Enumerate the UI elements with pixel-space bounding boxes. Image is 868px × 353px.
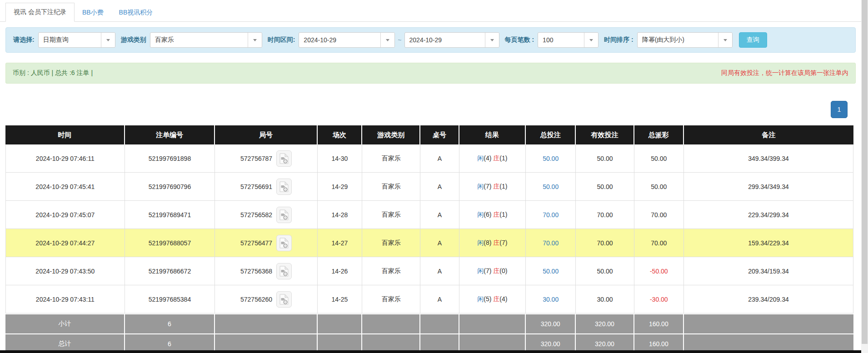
query-type-select[interactable]: 日期查询: [38, 32, 115, 48]
chevron-down-icon[interactable]: [101, 33, 115, 47]
tab-bb-tips[interactable]: BB小费: [75, 4, 111, 22]
result-player: 闲: [477, 239, 484, 246]
cell-round-id: 572756787: [215, 144, 318, 173]
result-banker: 庄: [493, 183, 499, 190]
round-id-text: 572756582: [240, 211, 272, 219]
result-player: 闲: [477, 154, 484, 162]
column-header-7: 总投注: [526, 125, 576, 144]
video-replay-icon: [279, 181, 289, 192]
cell-table-no: A: [420, 229, 459, 257]
column-header-9: 总派彩: [634, 125, 684, 144]
video-replay-button[interactable]: [276, 235, 292, 251]
cell-valid-bet: 70.00: [576, 229, 634, 257]
table-row: 2024-10-29 07:45:41521997690796572756691…: [5, 173, 853, 201]
cell-round-id: 572756582: [215, 201, 318, 229]
result-player: 闲: [477, 211, 484, 218]
cell-time: 2024-10-29 07:44:27: [5, 229, 125, 257]
cell-note: 159.34/229.34: [684, 229, 853, 257]
cell-payout: 50.00: [634, 144, 684, 173]
page-size-label: 每页笔数 :: [505, 36, 534, 44]
round-id-text: 572756368: [240, 268, 272, 275]
chevron-down-icon[interactable]: [584, 33, 598, 47]
records-table-wrap: 时间注单编号局号场次游戏类别桌号结果总投注有效投注总派彩备注 2024-10-2…: [5, 125, 861, 353]
cell-total-bet: 50.00: [526, 144, 576, 173]
cell-session: 14-26: [318, 257, 362, 285]
table-row: 2024-10-29 07:43:50521997686672572756368…: [5, 257, 853, 285]
result-player: 闲: [477, 295, 484, 303]
cell-session: 14-28: [318, 201, 362, 229]
cell-session: 14-30: [318, 144, 362, 173]
video-replay-button[interactable]: [276, 291, 292, 308]
sort-order-select[interactable]: 降幂(由大到小): [637, 32, 733, 48]
cell-payout: 50.00: [634, 173, 684, 201]
chevron-down-icon[interactable]: [380, 33, 394, 47]
sort-order-value: 降幂(由大到小): [638, 33, 718, 47]
chevron-down-icon[interactable]: [718, 33, 732, 47]
cell-note: 229.34/299.34: [684, 201, 853, 229]
total-bet-link[interactable]: 70.00: [543, 211, 559, 219]
game-type-label: 游戏类别: [121, 36, 146, 44]
cell-session: 14-25: [318, 285, 362, 313]
page-size-select[interactable]: 100: [538, 32, 599, 48]
table-row: 2024-10-29 07:43:11521997685384572756260…: [5, 285, 853, 313]
tab-video-member-bet-records[interactable]: 视讯 会员下注纪录: [5, 3, 75, 22]
total-bet-link[interactable]: 50.00: [543, 268, 559, 275]
date-to-value: 2024-10-29: [405, 33, 485, 47]
cell-bet-id: 521997689471: [125, 201, 215, 229]
query-type-value: 日期查询: [39, 33, 101, 47]
column-header-10: 备注: [684, 125, 853, 144]
caret-glyph: [386, 39, 389, 41]
date-range-separator: ~: [398, 36, 401, 44]
totals-count: 6: [125, 313, 215, 333]
date-from-select[interactable]: 2024-10-29: [299, 32, 395, 48]
result-banker: 庄: [493, 267, 499, 274]
total-bet-link[interactable]: 50.00: [543, 155, 559, 162]
total-bet-link[interactable]: 70.00: [543, 239, 559, 247]
totals-payout: 160.00: [634, 313, 684, 333]
result-player: 闲: [477, 267, 484, 274]
result-banker: 庄: [493, 211, 499, 218]
result-banker: 庄: [493, 239, 499, 246]
table-header-row: 时间注单编号局号场次游戏类别桌号结果总投注有效投注总派彩备注: [5, 125, 853, 144]
result-player: 闲: [477, 183, 484, 190]
tab-bb-video-points[interactable]: BB视讯积分: [111, 4, 161, 22]
video-replay-button[interactable]: [276, 207, 292, 223]
column-header-5: 桌号: [420, 125, 459, 144]
cell-bet-id: 521997690796: [125, 173, 215, 201]
cell-total-bet: 70.00: [526, 201, 576, 229]
round-id-text: 572756787: [240, 155, 272, 162]
query-type-label: 请选择:: [13, 36, 35, 44]
scrollbar-thumb[interactable]: [862, 0, 868, 344]
chevron-down-icon[interactable]: [248, 33, 262, 47]
date-to-select[interactable]: 2024-10-29: [404, 32, 499, 48]
cell-note: 209.34/159.34: [684, 257, 853, 285]
scrollbar[interactable]: [861, 0, 868, 353]
tab-bar: 视讯 会员下注纪录 BB小费 BB视讯积分: [0, 0, 861, 22]
cell-payout: 70.00: [634, 201, 684, 229]
video-replay-button[interactable]: [276, 150, 292, 167]
betting-records-page: 视讯 会员下注纪录 BB小费 BB视讯积分 请选择: 日期查询 游戏类别 百家乐…: [0, 0, 861, 353]
cell-valid-bet: 70.00: [576, 201, 634, 229]
result-banker: 庄: [493, 154, 499, 162]
currency-total-text: 币别 : 人民币 | 总共 :6 注单 |: [13, 69, 93, 77]
cell-session: 14-27: [318, 229, 362, 257]
cell-round-id: 572756691: [215, 173, 318, 201]
chevron-down-icon[interactable]: [485, 33, 499, 47]
cell-result: 闲(7) 庄(1): [459, 173, 526, 201]
page-button-1[interactable]: 1: [831, 101, 848, 118]
cell-valid-bet: 50.00: [576, 144, 634, 173]
game-type-select[interactable]: 百家乐: [150, 32, 262, 48]
search-button[interactable]: 查询: [739, 32, 767, 48]
total-bet-link[interactable]: 30.00: [543, 296, 559, 303]
cell-total-bet: 30.00: [526, 285, 576, 313]
video-replay-button[interactable]: [276, 179, 292, 195]
cell-bet-id: 521997691898: [125, 144, 215, 173]
round-id-text: 572756260: [240, 296, 272, 303]
video-replay-icon: [279, 266, 289, 277]
totals-total-bet: 320.00: [526, 313, 576, 333]
video-replay-button[interactable]: [276, 263, 292, 279]
cell-valid-bet: 50.00: [576, 173, 634, 201]
cell-note: 349.34/399.34: [684, 144, 853, 173]
total-bet-link[interactable]: 50.00: [543, 183, 559, 190]
cell-table-no: A: [420, 144, 459, 173]
